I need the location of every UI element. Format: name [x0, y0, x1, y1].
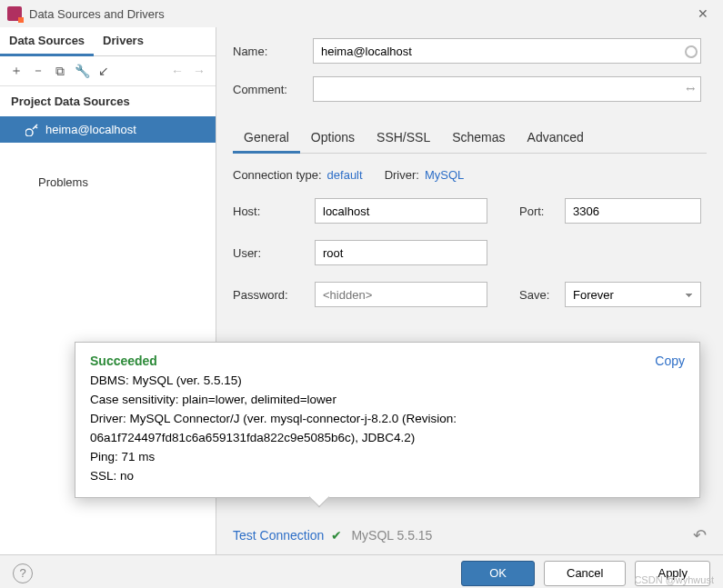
title-bar: Data Sources and Drivers ✕	[0, 0, 723, 27]
connection-type-row: Connection type: default Driver: MySQL	[233, 168, 707, 182]
connection-type-label: Connection type:	[233, 168, 322, 182]
add-icon[interactable]: ＋	[5, 60, 27, 82]
datasource-item-label: heima@localhost	[45, 123, 136, 136]
save-select[interactable]: Forever	[565, 282, 701, 307]
user-input[interactable]	[315, 240, 487, 265]
duplicate-icon[interactable]: ⧉	[49, 60, 71, 82]
popup-line-ping: Ping: 71 ms	[90, 448, 685, 467]
tab-ssh-ssl[interactable]: SSH/SSL	[366, 124, 441, 153]
comment-input[interactable]: ⤢	[313, 76, 701, 102]
sidebar-item-problems[interactable]: Problems	[0, 166, 216, 198]
sidebar-tabs: Data Sources Drivers	[0, 27, 216, 56]
check-icon: ✔	[331, 528, 342, 543]
db-version: MySQL 5.5.15	[351, 528, 432, 543]
host-input[interactable]	[315, 198, 487, 224]
forward-icon[interactable]: →	[188, 60, 210, 82]
user-label: User:	[233, 246, 315, 260]
test-connection-link[interactable]: Test Connection	[233, 528, 324, 543]
name-label: Name:	[233, 45, 313, 58]
popup-line-dbms: DBMS: MySQL (ver. 5.5.15)	[90, 372, 685, 391]
cancel-button[interactable]: Cancel	[544, 561, 626, 586]
close-icon[interactable]: ✕	[690, 5, 716, 23]
driver-label: Driver:	[385, 168, 419, 182]
tab-general[interactable]: General	[233, 124, 300, 154]
name-row: Name:	[233, 38, 707, 64]
watermark: CSDN @wyhwust	[634, 574, 714, 585]
popup-line-driver: Driver: MySQL Connector/J (ver. mysql-co…	[90, 410, 685, 448]
port-label: Port:	[519, 204, 565, 218]
config-tabs: General Options SSH/SSL Schemas Advanced	[233, 124, 707, 154]
name-input[interactable]	[313, 38, 701, 64]
host-label: Host:	[233, 204, 315, 218]
tab-data-sources[interactable]: Data Sources	[0, 27, 94, 56]
password-input[interactable]	[315, 282, 487, 307]
test-connection-row: Test Connection ✔ MySQL 5.5.15 ↶	[233, 525, 707, 545]
wrench-icon[interactable]: 🔧	[71, 60, 93, 82]
datasource-key-icon	[25, 124, 38, 136]
help-icon[interactable]: ?	[13, 563, 33, 583]
tab-drivers[interactable]: Drivers	[94, 27, 153, 55]
color-indicator[interactable]	[685, 45, 698, 58]
ok-button[interactable]: OK	[461, 561, 535, 586]
popup-title: Succeeded	[90, 354, 685, 368]
comment-row: Comment: ⤢	[233, 76, 707, 102]
password-row: Password: Save: Forever	[233, 282, 707, 307]
tab-advanced[interactable]: Advanced	[517, 124, 595, 153]
port-input[interactable]	[565, 198, 701, 224]
revert-icon[interactable]: ↶	[693, 525, 707, 545]
back-icon[interactable]: ←	[166, 60, 188, 82]
copy-link[interactable]: Copy	[655, 354, 685, 368]
popup-line-ssl: SSL: no	[90, 467, 685, 486]
password-label: Password:	[233, 288, 315, 302]
test-result-popup: Succeeded Copy DBMS: MySQL (ver. 5.5.15)…	[75, 342, 700, 498]
expand-icon[interactable]: ⤢	[683, 82, 698, 97]
tab-options[interactable]: Options	[300, 124, 366, 153]
host-row: Host: Port:	[233, 198, 707, 224]
app-icon	[7, 6, 22, 21]
sidebar-toolbar: ＋ － ⧉ 🔧 ↙ ← →	[0, 56, 216, 86]
tab-schemas[interactable]: Schemas	[441, 124, 516, 153]
save-label: Save:	[519, 288, 565, 302]
user-row: User:	[233, 240, 707, 265]
make-global-icon[interactable]: ↙	[93, 60, 115, 82]
project-data-sources-header: Project Data Sources	[0, 86, 216, 116]
window-title: Data Sources and Drivers	[29, 7, 690, 21]
connection-type-value[interactable]: default	[327, 168, 363, 182]
dialog-footer: ? OK Cancel Apply	[0, 554, 723, 588]
driver-value[interactable]: MySQL	[425, 168, 464, 182]
comment-label: Comment:	[233, 83, 313, 96]
popup-line-case: Case sensitivity: plain=lower, delimited…	[90, 391, 685, 410]
remove-icon[interactable]: －	[27, 60, 49, 82]
datasource-item-heima[interactable]: heima@localhost	[0, 116, 216, 143]
